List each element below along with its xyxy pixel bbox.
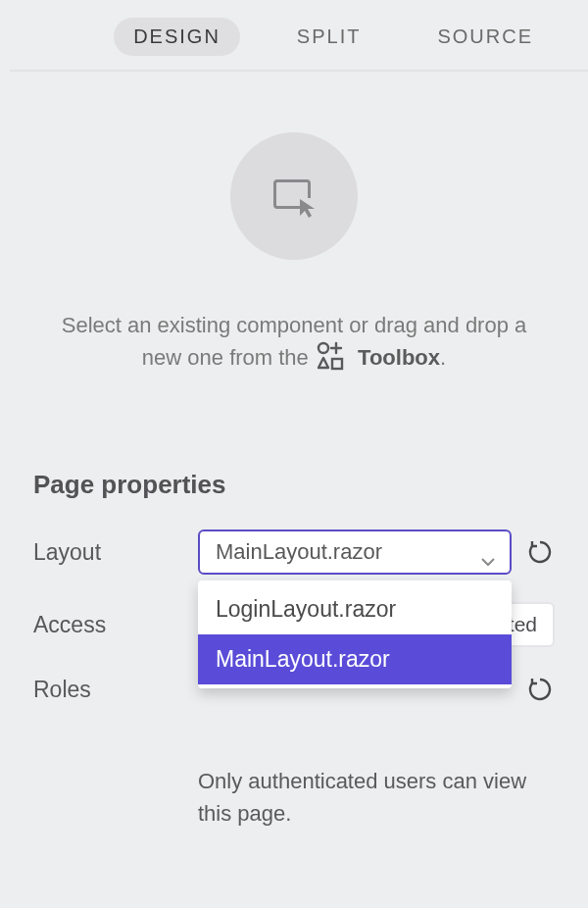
access-pill-text: ted	[509, 613, 537, 636]
refresh-icon	[527, 539, 553, 565]
hint-toolbox-word: Toolbox	[358, 345, 440, 370]
tab-design[interactable]: DESIGN	[114, 18, 240, 56]
layout-reset-button[interactable]	[525, 537, 555, 567]
layout-select[interactable]: MainLayout.razor	[198, 530, 512, 575]
access-label: Access	[33, 612, 198, 638]
hint-text-1: Select an existing component or drag and…	[62, 313, 527, 370]
layout-option-login[interactable]: LoginLayout.razor	[198, 584, 512, 634]
svg-rect-1	[332, 359, 342, 369]
page-properties-heading: Page properties	[33, 470, 555, 500]
refresh-icon	[527, 677, 553, 702]
layout-label: Layout	[33, 539, 198, 566]
hint-dot: .	[440, 345, 446, 370]
canvas-hint: Select an existing component or drag and…	[41, 309, 547, 379]
view-tabs: DESIGN SPLIT SOURCE	[0, 0, 588, 70]
access-help-text: Only authenticated users can view this p…	[198, 765, 551, 830]
chevron-down-icon	[480, 547, 496, 557]
roles-label: Roles	[33, 677, 198, 703]
empty-canvas-placeholder	[230, 132, 358, 260]
roles-reset-button[interactable]	[525, 675, 555, 704]
cursor-icon	[298, 197, 319, 219]
svg-point-0	[318, 343, 328, 353]
layout-dropdown: LoginLayout.razor MainLayout.razor	[198, 580, 512, 688]
tab-source[interactable]: SOURCE	[417, 18, 553, 56]
layout-select-value: MainLayout.razor	[216, 539, 382, 565]
layout-option-main[interactable]: MainLayout.razor	[198, 634, 512, 684]
toolbox-icon	[317, 341, 348, 379]
tab-split[interactable]: SPLIT	[277, 18, 381, 56]
